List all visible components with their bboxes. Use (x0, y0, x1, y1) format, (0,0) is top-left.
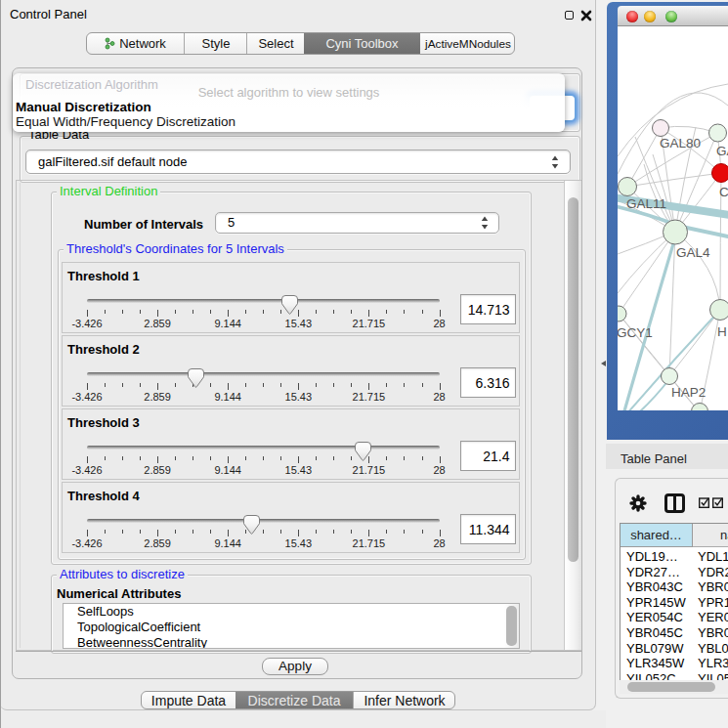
svg-text:GAL80: GAL80 (660, 136, 701, 150)
svg-text:C: C (719, 185, 728, 199)
svg-text:GAL11: GAL11 (626, 196, 666, 211)
svg-text:H: H (717, 324, 727, 339)
svg-text:GA: GA (716, 144, 728, 158)
svg-text:HAP2: HAP2 (671, 385, 706, 400)
svg-text:GAL4: GAL4 (676, 245, 710, 260)
svg-text:GCY1: GCY1 (618, 325, 653, 340)
